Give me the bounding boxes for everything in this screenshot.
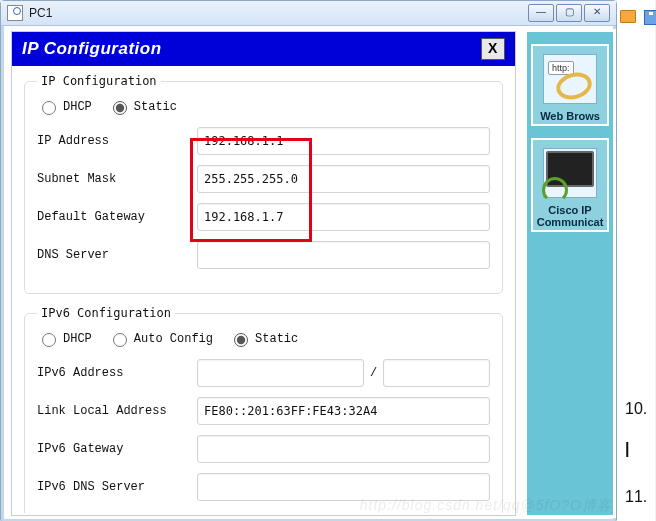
default-gateway-label: Default Gateway [37,210,197,224]
dialog-title: IP Configuration [22,39,162,59]
ipv4-static-radio[interactable] [113,101,127,115]
maximize-button[interactable]: ▢ [556,4,582,22]
link-local-label: Link Local Address [37,404,197,418]
note-bar: | [625,440,629,458]
ipv4-static-option[interactable]: Static [108,98,177,115]
ipv6-group: IPv6 Configuration DHCP Auto Config Stat… [24,306,503,513]
apps-sidebar: http: Web Brows Cisco IP Communicat [524,29,616,518]
sidebar-item-web-browser[interactable]: http: Web Brows [531,44,609,126]
default-gateway-input[interactable] [197,203,490,231]
ip-phone-icon [543,148,597,198]
ipv6-dns-input[interactable] [197,473,490,501]
ip-config-dialog: IP Configuration X IP Configuration DHCP… [11,31,516,516]
open-icon[interactable] [620,10,636,23]
ipv6-auto-option[interactable]: Auto Config [108,330,213,347]
ipv6-gateway-label: IPv6 Gateway [37,442,197,456]
ipv6-prefix-slash: / [370,366,377,380]
dns-server-label: DNS Server [37,248,197,262]
ipv4-legend: IP Configuration [37,74,161,88]
ipv6-auto-radio[interactable] [113,333,127,347]
save-icon[interactable] [644,10,656,25]
titlebar: PC1 — ▢ ✕ [1,1,616,26]
ipv6-dhcp-option[interactable]: DHCP [37,330,92,347]
ipv6-dhcp-radio[interactable] [42,333,56,347]
dialog-header: IP Configuration X [12,32,515,66]
dns-server-input[interactable] [197,241,490,269]
link-local-input[interactable] [197,397,490,425]
ipv4-dhcp-option[interactable]: DHCP [37,98,92,115]
ipv6-address-label: IPv6 Address [37,366,197,380]
pc1-window: PC1 — ▢ ✕ http: Web Brows Cisco IP Commu… [0,0,617,521]
note-11: 11. [625,488,647,506]
ipv4-group: IP Configuration DHCP Static IP Address [24,74,503,294]
ipv6-prefix-input[interactable] [383,359,490,387]
ip-address-label: IP Address [37,134,197,148]
ipv6-static-radio[interactable] [234,333,248,347]
ipv4-dhcp-radio[interactable] [42,101,56,115]
pc-icon [7,5,23,21]
sidebar-item-cisco-ip-communicator[interactable]: Cisco IP Communicat [531,138,609,232]
minimize-button[interactable]: — [528,4,554,22]
subnet-mask-label: Subnet Mask [37,172,197,186]
window-title: PC1 [29,6,52,20]
ipv6-static-option[interactable]: Static [229,330,298,347]
subnet-mask-input[interactable] [197,165,490,193]
ipv6-gateway-input[interactable] [197,435,490,463]
note-10: 10. [625,400,647,418]
sidebar-label-web: Web Brows [535,110,605,122]
globe-icon: http: [543,54,597,104]
dialog-close-button[interactable]: X [481,38,505,60]
sidebar-label-cisco2: Communicat [535,216,605,228]
ipv6-legend: IPv6 Configuration [37,306,175,320]
sidebar-label-cisco1: Cisco IP [535,204,605,216]
ip-address-input[interactable] [197,127,490,155]
ipv6-dns-label: IPv6 DNS Server [37,480,197,494]
ipv6-address-input[interactable] [197,359,364,387]
window-close-button[interactable]: ✕ [584,4,610,22]
